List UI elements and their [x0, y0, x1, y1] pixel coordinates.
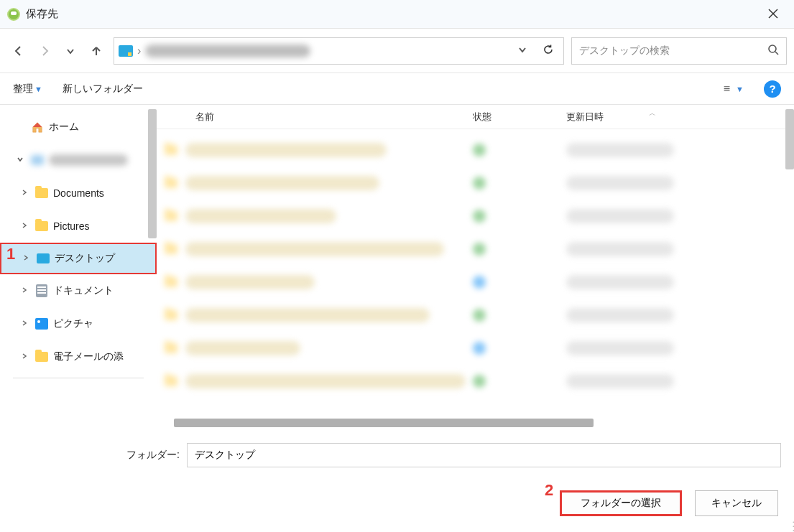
title-bar: 保存先 — [0, 0, 794, 29]
file-row[interactable] — [157, 266, 794, 299]
list-icon: ≡ — [724, 83, 730, 95]
col-date[interactable]: 更新日時︿ — [566, 111, 794, 123]
filelist-hscrollbar[interactable] — [174, 419, 594, 427]
file-row[interactable] — [157, 134, 794, 167]
folder-icon — [157, 244, 185, 254]
row-name — [185, 209, 473, 223]
row-state — [473, 276, 566, 289]
close-button[interactable] — [760, 4, 787, 25]
tree-email-label: 電子メールの添 — [53, 350, 124, 363]
tree-pics-jp[interactable]: ピクチャ — [0, 307, 157, 340]
row-state — [473, 144, 566, 157]
row-state — [473, 177, 566, 190]
tree-home[interactable]: ホーム — [0, 111, 157, 144]
tree-pictures-label: Pictures — [53, 220, 90, 232]
annotation-2: 2 — [545, 481, 553, 500]
row-state — [473, 309, 566, 322]
blurred-icon — [30, 153, 45, 167]
folder-icon — [34, 186, 49, 200]
tree-desktop[interactable]: デスクトップ — [0, 243, 157, 274]
sidebar: ホーム Documents Pictures デスクトップ ドキュメント — [0, 105, 157, 430]
col-state[interactable]: 状態 — [473, 111, 566, 123]
tree-pics-jp-label: ピクチャ — [53, 317, 93, 330]
select-folder-button[interactable]: フォルダーの選択 — [560, 490, 682, 516]
tree-user-root[interactable] — [0, 144, 157, 177]
document-icon — [34, 284, 49, 298]
row-name — [185, 308, 473, 322]
bottom-panel: フォルダー: フォルダーの選択 キャンセル — [0, 430, 794, 532]
search-box[interactable]: デスクトップの検索 — [571, 37, 787, 65]
nav-row: › デスクトップの検索 — [0, 29, 794, 73]
row-date — [566, 209, 794, 223]
row-state — [473, 375, 566, 388]
file-row[interactable] — [157, 332, 794, 365]
row-date — [566, 242, 794, 256]
folder-icon — [157, 376, 185, 386]
desktop-icon — [36, 251, 50, 266]
file-row[interactable] — [157, 167, 794, 200]
file-row[interactable] — [157, 200, 794, 233]
path-box[interactable]: › — [114, 37, 564, 65]
folder-icon — [157, 145, 185, 155]
folder-input[interactable] — [187, 443, 781, 467]
folder-icon — [157, 310, 185, 320]
row-date — [566, 143, 794, 157]
folder-icon — [157, 211, 185, 221]
row-state — [473, 342, 566, 355]
svg-point-2 — [769, 45, 776, 52]
path-chevron-icon[interactable] — [512, 45, 533, 57]
forward-button[interactable] — [33, 39, 56, 62]
toolbar: 整理▼ 新しいフォルダー ≡▼ ? — [0, 73, 794, 105]
tree-desktop-label: デスクトップ — [55, 252, 115, 265]
help-button[interactable]: ? — [764, 80, 781, 98]
row-name — [185, 341, 473, 355]
organize-menu[interactable]: 整理▼ — [13, 82, 42, 95]
app-icon — [7, 8, 20, 21]
row-name — [185, 176, 473, 190]
row-date — [566, 341, 794, 355]
file-list: 名前 状態 更新日時︿ — [157, 105, 794, 430]
recent-dropdown[interactable] — [59, 39, 82, 62]
row-date — [566, 275, 794, 289]
row-name — [185, 242, 473, 256]
up-button[interactable] — [85, 39, 108, 62]
pictures-icon — [34, 317, 49, 331]
row-name — [185, 143, 473, 157]
view-options[interactable]: ≡▼ — [724, 83, 744, 95]
annotation-1: 1 — [6, 245, 15, 263]
search-placeholder: デスクトップの検索 — [579, 45, 767, 57]
row-state — [473, 243, 566, 256]
home-icon — [30, 120, 45, 134]
file-row[interactable] — [157, 299, 794, 332]
tree-pictures[interactable]: Pictures — [0, 210, 157, 243]
window-title: 保存先 — [26, 7, 760, 21]
row-date — [566, 308, 794, 322]
search-icon — [767, 44, 779, 58]
main-area: ホーム Documents Pictures デスクトップ ドキュメント — [0, 105, 794, 430]
folder-icon — [157, 343, 185, 353]
file-row[interactable] — [157, 365, 794, 398]
folder-icon — [34, 350, 49, 364]
tree-docs-jp[interactable]: ドキュメント — [0, 274, 157, 307]
tree-documents-label: Documents — [53, 187, 104, 199]
row-date — [566, 176, 794, 190]
tree-docs-jp-label: ドキュメント — [53, 284, 114, 297]
path-text — [145, 45, 507, 57]
folder-label: フォルダー: — [13, 449, 180, 462]
refresh-button[interactable] — [537, 44, 559, 58]
tree-documents[interactable]: Documents — [0, 177, 157, 210]
svg-line-3 — [775, 52, 778, 55]
tree-email[interactable]: 電子メールの添 — [0, 340, 157, 373]
folder-icon — [34, 219, 49, 233]
row-date — [566, 374, 794, 388]
cancel-button[interactable]: キャンセル — [695, 490, 778, 516]
new-folder-button[interactable]: 新しいフォルダー — [63, 83, 143, 95]
col-name[interactable]: 名前 — [157, 111, 473, 123]
tree-user-label — [49, 154, 128, 166]
back-button[interactable] — [7, 39, 30, 62]
tree-home-label: ホーム — [49, 121, 79, 134]
file-row[interactable] — [157, 233, 794, 266]
path-sep: › — [137, 45, 141, 57]
row-name — [185, 374, 473, 388]
row-name — [185, 275, 473, 289]
